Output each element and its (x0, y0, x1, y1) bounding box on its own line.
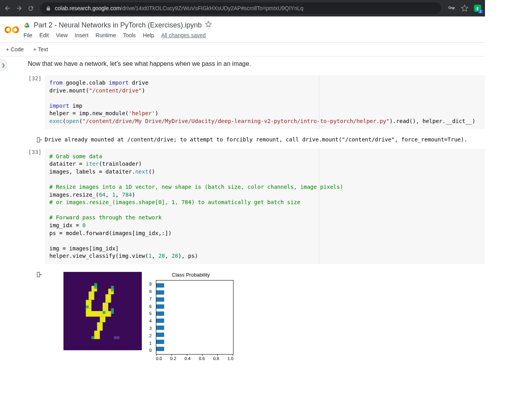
bar (156, 290, 164, 295)
code-cell-33[interactable]: [33] # Grab some data dataiter = iter(tr… (27, 149, 485, 264)
y-tick-label: 5 (149, 311, 152, 316)
expand-sidebar-tab[interactable]: ❯ (0, 60, 7, 71)
svg-rect-20 (114, 336, 119, 339)
output-text: Drive already mounted at /content/drive;… (45, 135, 485, 145)
svg-rect-11 (100, 317, 105, 322)
x-tick-label: 0.0 (156, 356, 162, 361)
menu-help[interactable]: Help (143, 32, 154, 38)
menu-bar: File Edit View Insert Runtime Tools Help… (24, 31, 481, 42)
menu-insert[interactable]: Insert (75, 32, 89, 38)
code-editor[interactable]: from google.colab import drive drive.mou… (45, 75, 485, 129)
svg-rect-17 (103, 311, 105, 314)
y-tick-label: 8 (149, 289, 152, 294)
x-tick-label: 0.4 (185, 356, 190, 361)
bar (156, 333, 164, 337)
markdown-text: Now that we have a network, let's see wh… (27, 60, 485, 67)
y-tick-label: 0 (149, 348, 152, 353)
svg-rect-15 (86, 306, 89, 308)
bar (156, 311, 164, 316)
star-button[interactable] (205, 21, 212, 29)
y-tick-label: 2 (149, 333, 152, 338)
nav-back-icon[interactable] (4, 5, 11, 12)
extension-icon[interactable]: ▮1 (474, 5, 481, 12)
y-tick-label: 7 (149, 297, 152, 301)
bar (156, 340, 164, 344)
svg-rect-4 (89, 291, 94, 300)
cell-prompt: [33] (27, 149, 45, 264)
svg-rect-12 (97, 322, 103, 330)
svg-rect-13 (94, 331, 100, 339)
svg-rect-8 (105, 294, 111, 302)
bookmark-star-icon[interactable] (461, 4, 469, 12)
nav-reload-icon[interactable] (27, 5, 34, 12)
drive-icon (24, 22, 31, 29)
code-editor[interactable]: # Grab some data dataiter = iter(trainlo… (45, 149, 485, 264)
x-tick-label: 1.0 (228, 356, 233, 361)
output-toggle-icon[interactable] (36, 136, 43, 145)
doc-title[interactable]: Part 2 - Neural Networks in PyTorch (Exe… (34, 21, 202, 29)
bar (156, 283, 164, 288)
code-cell-32[interactable]: [32] from google.colab import drive driv… (27, 75, 485, 129)
bar (156, 347, 164, 351)
menu-edit[interactable]: Edit (40, 32, 49, 38)
menu-file[interactable]: File (24, 32, 33, 38)
url-domain: colab.research.google.com (55, 5, 121, 11)
nav-forward-icon[interactable] (16, 5, 23, 12)
save-status[interactable]: All changes saved (161, 32, 206, 38)
browser-chrome: colab.research.google.com/drive/14xt0TkO… (0, 0, 485, 16)
add-text-button[interactable]: + Text (31, 45, 50, 54)
svg-rect-14 (94, 283, 97, 288)
y-tick-label: 9 (149, 282, 152, 286)
colab-header: Part 2 - Neural Networks in PyTorch (Exe… (0, 16, 485, 43)
bar (156, 297, 164, 302)
class-probability-chart: Class Probability 9876543210 0.00.20.40.… (146, 272, 236, 361)
notebook-area: Now that we have a network, let's see wh… (15, 56, 485, 365)
chart-title: Class Probability (146, 272, 236, 278)
y-tick-label: 3 (149, 326, 152, 331)
url-path: /drive/14xt0TkOLCucy9ZrWuVsFIGkHXsUDy2AP… (121, 5, 303, 11)
colab-logo[interactable] (4, 22, 20, 38)
svg-rect-18 (91, 336, 94, 339)
lock-icon (46, 6, 51, 11)
y-tick-label: 6 (149, 304, 152, 309)
y-tick-label: 4 (149, 319, 152, 323)
menu-runtime[interactable]: Runtime (96, 32, 116, 38)
output-toggle-icon[interactable] (36, 271, 43, 280)
bar (156, 319, 164, 323)
cell-output-32: Drive already mounted at /content/drive;… (27, 132, 485, 149)
key-icon[interactable] (447, 4, 455, 12)
x-tick-label: 0.6 (199, 356, 205, 361)
x-tick-label: 0.2 (170, 356, 176, 361)
menu-view[interactable]: View (56, 32, 68, 38)
digit-image (63, 272, 142, 350)
menu-tools[interactable]: Tools (123, 32, 136, 38)
add-code-button[interactable]: + Code (4, 45, 26, 54)
url-bar[interactable]: colab.research.google.com/drive/14xt0TkO… (40, 2, 441, 14)
cell-prompt: [32] (27, 75, 45, 129)
bar (156, 304, 164, 309)
svg-rect-10 (86, 311, 111, 317)
svg-rect-16 (111, 286, 114, 291)
toolbar: + Code + Text (0, 43, 485, 56)
svg-rect-9 (103, 302, 108, 311)
x-tick-label: 0.8 (213, 356, 219, 361)
y-tick-label: 1 (149, 341, 152, 346)
svg-rect-19 (111, 308, 114, 314)
cell-output-33: Class Probability 9876543210 0.00.20.40.… (27, 267, 485, 365)
bar (156, 326, 164, 330)
